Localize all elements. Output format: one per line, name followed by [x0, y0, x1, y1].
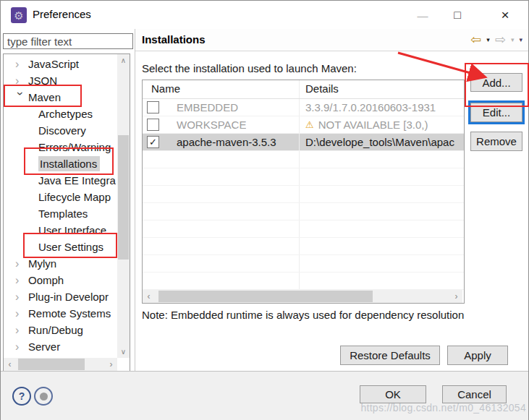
tree-item[interactable]: User Interface [4, 222, 116, 239]
table-empty-row [143, 151, 464, 168]
row-name: WORKSPACE [177, 116, 246, 133]
scroll-down-icon[interactable]: ∨ [117, 346, 130, 358]
back-history-dropdown-icon[interactable]: ▾ [486, 37, 490, 43]
apply-button[interactable]: Apply [447, 346, 508, 365]
filter-input[interactable] [3, 33, 133, 49]
check-mark-glyph: ✓ [149, 137, 157, 147]
help-icon[interactable]: ? [12, 387, 31, 406]
forward-arrow-icon[interactable]: ⇨ [495, 33, 506, 46]
tree-item[interactable]: Templates [4, 205, 116, 222]
ok-button[interactable]: OK [360, 385, 426, 403]
tree-chevron-icon[interactable]: › [15, 255, 25, 272]
tree-item[interactable]: Installations [4, 155, 116, 172]
row-details: 3.3.9/1.7.0.20160603-1931 [305, 99, 436, 116]
tree-item-label: Errors/Warning [38, 141, 111, 153]
tree-item[interactable]: Discovery [4, 122, 116, 139]
row-details: NOT AVAILABLE [3.0,) [318, 116, 428, 133]
view-menu-icon[interactable]: ▾ [519, 37, 522, 43]
tree-chevron-icon[interactable]: › [15, 288, 25, 305]
tree-item-label: Installations [38, 156, 100, 171]
tree-vertical-scrollbar[interactable]: ∧ ∨ [117, 54, 130, 358]
row-name: EMBEDDED [177, 99, 238, 116]
scroll-up-icon[interactable]: ∧ [117, 54, 130, 67]
preference-recorder-icon[interactable] [34, 387, 53, 406]
watermark-text: https://blog.csdn.net/m0_46132054 [360, 402, 526, 413]
tree-item[interactable]: › Server [4, 338, 116, 355]
table-row[interactable]: WORKSPACE ⚠ NOT AVAILABLE [3.0,) [143, 116, 464, 134]
row-checkbox[interactable] [147, 119, 159, 131]
minimize-icon: — [418, 9, 428, 22]
scroll-left-icon[interactable]: ‹ [4, 358, 16, 371]
tree-item[interactable]: Errors/Warning [4, 139, 116, 155]
tree-item[interactable]: › Plug-in Developr [4, 288, 116, 305]
tree-item[interactable]: Archetypes [4, 106, 116, 122]
table-empty-row [143, 238, 464, 255]
column-header-name[interactable]: Name [143, 80, 299, 98]
close-button[interactable]: × [487, 1, 523, 30]
tree-item-label: Remote Systems [28, 307, 111, 320]
warning-icon: ⚠ [305, 116, 314, 133]
scrollbar-thumb[interactable] [18, 359, 85, 370]
tree-chevron-icon[interactable]: › [15, 305, 25, 322]
scrollbar-thumb[interactable] [158, 291, 373, 302]
titlebar: ⚙ Preferences — □ × [1, 1, 528, 29]
table-empty-row [143, 273, 464, 290]
column-header-details[interactable]: Details [299, 80, 464, 98]
cancel-button[interactable]: Cancel [442, 385, 507, 403]
panel-header: Installations ⇦ ▾ ⇨ ▾ ▾ [135, 29, 528, 51]
preferences-tree: › JavaScript › JSON › Maven Archetypes D… [3, 53, 130, 372]
tree-item[interactable]: User Settings [4, 239, 116, 255]
restore-defaults-button[interactable]: Restore Defaults [340, 346, 440, 365]
close-icon: × [501, 7, 509, 23]
tree-item[interactable]: › Run/Debug [4, 322, 116, 338]
tree-chevron-icon[interactable]: › [15, 322, 25, 338]
tree-chevron-icon[interactable]: › [15, 56, 25, 72]
row-name: apache-maven-3.5.3 [177, 134, 276, 150]
tree-item[interactable]: › Remote Systems [4, 305, 116, 322]
table-horizontal-scrollbar[interactable]: ‹ › [143, 290, 462, 303]
panel-divider[interactable] [135, 29, 135, 371]
scroll-left-icon[interactable]: ‹ [143, 290, 155, 303]
maximize-icon: □ [454, 9, 461, 22]
table-row[interactable]: EMBEDDED 3.3.9/1.7.0.20160603-1931 [143, 99, 464, 116]
tree-item[interactable]: › Mylyn [4, 255, 116, 272]
forward-history-dropdown-icon[interactable]: ▾ [511, 37, 515, 43]
tree-chevron-icon[interactable]: › [15, 272, 25, 288]
tree-items: › JavaScript › JSON › Maven Archetypes D… [4, 56, 116, 355]
instruction-text: Select the installation used to launch M… [142, 62, 357, 74]
row-checkbox[interactable] [147, 101, 159, 113]
tree-horizontal-scrollbar[interactable]: ‹ › [4, 358, 117, 371]
table-empty-row [143, 203, 464, 220]
tree-item-label: Maven [28, 91, 61, 103]
tree-item-label: Run/Debug [28, 324, 83, 336]
table-empty-row [143, 255, 464, 273]
tree-chevron-icon[interactable]: › [12, 92, 29, 102]
row-checkbox[interactable]: ✓ [147, 136, 159, 148]
page-title: Installations [142, 33, 206, 46]
scroll-right-icon[interactable]: › [105, 358, 117, 371]
tree-chevron-icon[interactable]: › [15, 72, 25, 89]
tree-chevron-icon[interactable]: › [15, 338, 25, 355]
tree-item-label: Server [28, 340, 60, 353]
tree-item-label: Lifecycle Mapp [38, 191, 111, 203]
tree-item[interactable]: › Maven [4, 89, 116, 106]
tree-item-label: JavaScript [28, 58, 79, 70]
maximize-button[interactable]: □ [441, 1, 474, 30]
app-icon: ⚙ [11, 7, 27, 23]
table-row[interactable]: ✓ apache-maven-3.5.3 D:\develope_tools\M… [143, 134, 464, 151]
tree-item[interactable]: › JavaScript [4, 56, 116, 72]
tree-item[interactable]: › JSON [4, 72, 116, 89]
scroll-right-icon[interactable]: › [450, 290, 462, 303]
scrollbar-thumb[interactable] [118, 135, 129, 260]
add-button[interactable]: Add... [470, 73, 522, 92]
minimize-button[interactable]: — [406, 1, 439, 30]
tree-item[interactable]: Lifecycle Mapp [4, 189, 116, 205]
remove-button[interactable]: Remove [470, 132, 522, 151]
tree-item[interactable]: Java EE Integra [4, 172, 116, 189]
tree-item[interactable]: › Oomph [4, 272, 116, 288]
tree-item-label: Mylyn [28, 257, 56, 270]
tree-item-label: User Interface [38, 224, 106, 236]
table-body: EMBEDDED 3.3.9/1.7.0.20160603-1931 WORKS… [143, 99, 464, 304]
edit-button[interactable]: Edit... [470, 103, 522, 122]
back-arrow-icon[interactable]: ⇦ [470, 33, 481, 46]
